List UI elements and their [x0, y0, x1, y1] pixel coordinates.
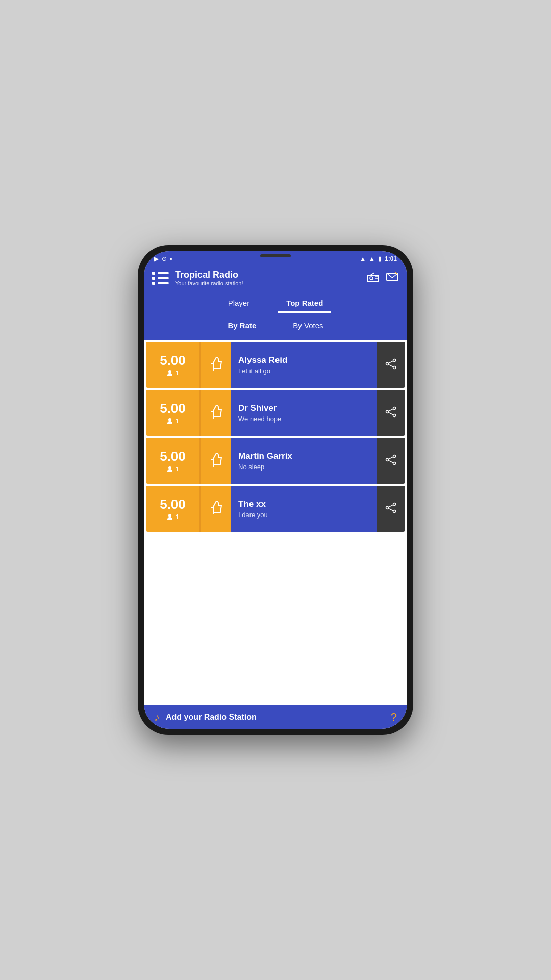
song-thumb-1 [199, 390, 231, 436]
app-header: Tropical Radio Your favourite radio stat… [144, 264, 407, 340]
music-note-icon: ♪ [154, 710, 160, 724]
svg-line-28 [388, 505, 393, 507]
song-info-2: Martin Garrix No sleep [231, 438, 377, 484]
song-title-3: The xx [238, 499, 369, 509]
svg-line-11 [388, 364, 393, 367]
main-content: 5.00 1 Alyssa Re [144, 340, 407, 705]
menu-dot-3 [152, 282, 155, 285]
song-info-0: Alyssa Reid Let it all go [231, 342, 377, 388]
song-thumb-3 [199, 486, 231, 532]
main-tabs: Player Top Rated [152, 290, 399, 313]
sync-status-icon: ⊙ [162, 255, 167, 262]
svg-point-25 [393, 503, 396, 505]
svg-point-9 [386, 362, 389, 365]
song-item: 5.00 1 Dr Shiver [146, 390, 405, 436]
share-icon-3 [385, 502, 396, 516]
svg-line-10 [388, 361, 393, 363]
menu-dot-1 [152, 272, 155, 275]
svg-line-16 [388, 409, 393, 411]
status-right-icons: ▲ ▲ ▮ 1:01 [360, 255, 397, 262]
menu-bar-3 [158, 282, 169, 284]
score-votes-2: 1 [166, 465, 179, 473]
score-number-1: 5.00 [160, 402, 186, 415]
svg-point-21 [386, 458, 389, 461]
score-number-3: 5.00 [160, 498, 186, 511]
svg-line-22 [388, 457, 393, 459]
song-score-3: 5.00 1 [146, 486, 199, 532]
svg-point-15 [386, 410, 389, 413]
question-icon: ? [391, 710, 397, 724]
header-top-row: Tropical Radio Your favourite radio stat… [152, 270, 399, 286]
svg-point-27 [386, 506, 389, 509]
menu-bar-1 [158, 272, 169, 274]
share-icon-0 [385, 358, 396, 372]
bottom-banner[interactable]: ♪ Add your Radio Station ? [144, 705, 407, 729]
svg-line-29 [388, 508, 393, 511]
thumbup-icon-0 [209, 356, 223, 374]
song-share-0[interactable] [377, 342, 405, 388]
song-subtitle-2: No sleep [238, 463, 369, 471]
song-title-1: Dr Shiver [238, 403, 369, 413]
svg-point-8 [393, 366, 396, 369]
song-item: 5.00 1 Martin Ga [146, 438, 405, 484]
song-item: 5.00 1 Alyssa Re [146, 342, 405, 388]
header-action-icons [366, 271, 399, 285]
score-votes-1: 1 [166, 417, 179, 425]
status-bar: ▶ ⊙ ▪ ▲ ▲ ▮ 1:01 [144, 251, 407, 264]
svg-line-17 [388, 412, 393, 415]
app-title-main: Tropical Radio [175, 270, 243, 280]
song-score-1: 5.00 1 [146, 390, 199, 436]
svg-point-24 [168, 514, 171, 517]
signal-icon: ▲ [369, 255, 375, 262]
svg-point-14 [393, 414, 396, 416]
radio-icon-button[interactable] [366, 271, 380, 285]
share-icon-1 [385, 406, 396, 420]
subtab-by-rate[interactable]: By Rate [219, 318, 264, 333]
svg-point-20 [393, 462, 396, 464]
song-subtitle-0: Let it all go [238, 367, 369, 375]
menu-bar-2 [158, 277, 169, 279]
song-share-2[interactable] [377, 438, 405, 484]
status-left-icons: ▶ ⊙ ▪ [154, 255, 172, 262]
menu-dot-2 [152, 277, 155, 280]
header-left-section: Tropical Radio Your favourite radio stat… [152, 270, 243, 286]
song-info-3: The xx I dare you [231, 486, 377, 532]
svg-point-26 [393, 510, 396, 512]
speaker [260, 254, 291, 257]
song-title-0: Alyssa Reid [238, 355, 369, 365]
svg-point-6 [168, 370, 171, 373]
score-votes-3: 1 [166, 513, 179, 521]
banner-text: Add your Radio Station [166, 713, 257, 722]
song-info-1: Dr Shiver We need hope [231, 390, 377, 436]
phone-frame: ▶ ⊙ ▪ ▲ ▲ ▮ 1:01 [138, 245, 413, 735]
song-list: 5.00 1 Alyssa Re [144, 340, 407, 534]
svg-line-23 [388, 460, 393, 463]
thumbup-icon-3 [209, 500, 223, 518]
svg-point-7 [393, 359, 396, 361]
tab-top-rated[interactable]: Top Rated [278, 295, 331, 313]
thumbup-icon-2 [209, 452, 223, 470]
svg-point-12 [168, 418, 171, 421]
menu-button[interactable] [152, 272, 169, 285]
song-title-2: Martin Garrix [238, 451, 369, 461]
song-share-1[interactable] [377, 390, 405, 436]
svg-point-1 [370, 277, 373, 280]
svg-point-19 [393, 455, 396, 457]
sub-tabs: By Rate By Votes [152, 313, 399, 340]
song-subtitle-3: I dare you [238, 511, 369, 519]
score-votes-0: 1 [166, 369, 179, 377]
song-item: 5.00 1 The xx [146, 486, 405, 532]
share-icon-2 [385, 454, 396, 468]
song-share-3[interactable] [377, 486, 405, 532]
tab-player[interactable]: Player [220, 295, 258, 313]
song-score-0: 5.00 1 [146, 342, 199, 388]
sd-status-icon: ▪ [170, 255, 172, 262]
song-thumb-0 [199, 342, 231, 388]
mail-icon-button[interactable] [386, 271, 399, 285]
score-number-2: 5.00 [160, 450, 186, 463]
song-thumb-2 [199, 438, 231, 484]
song-subtitle-1: We need hope [238, 415, 369, 423]
wifi-icon: ▲ [360, 255, 366, 262]
subtab-by-votes[interactable]: By Votes [285, 318, 331, 333]
thumbup-icon-1 [209, 404, 223, 422]
